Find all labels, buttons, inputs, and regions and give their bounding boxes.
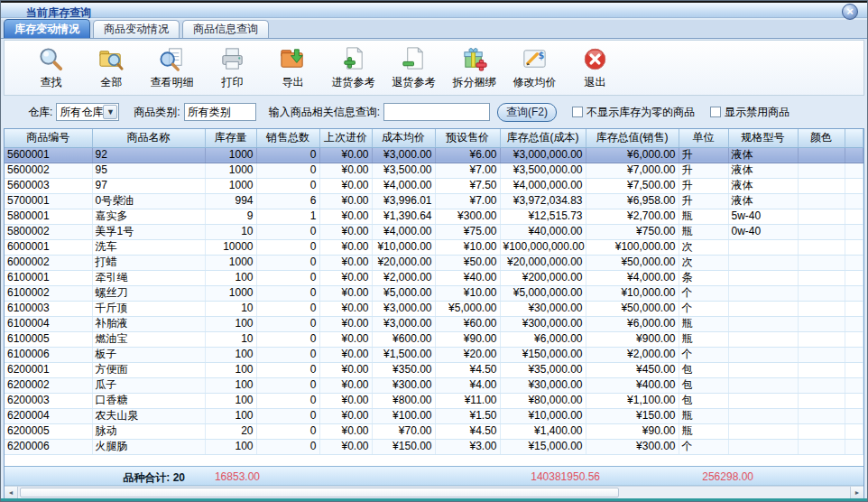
cell: 洗车: [92, 239, 205, 255]
warehouse-select[interactable]: 所有仓库 ▼: [56, 103, 119, 121]
column-header[interactable]: 颜色: [798, 129, 845, 147]
table-row[interactable]: 6200003口香糖1000¥0.00¥800.00¥11.00¥80,000.…: [5, 393, 863, 408]
cell: ¥7.00: [435, 193, 500, 209]
cell: 燃油宝: [92, 331, 205, 347]
cell: 嘉实多: [92, 209, 205, 224]
table-row[interactable]: 56000029510000¥0.00¥3,500.00¥7.00¥3,500,…: [5, 163, 863, 178]
checkbox-icon[interactable]: [710, 107, 721, 117]
table-row[interactable]: 56000019210000¥0.00¥3,000.00¥6.00¥3,000,…: [5, 147, 863, 163]
column-header[interactable]: 商品编号: [5, 129, 92, 147]
cell: [798, 224, 845, 239]
modify-price-button[interactable]: $ 修改均价: [504, 44, 565, 91]
close-icon[interactable]: ×: [842, 4, 858, 20]
table-row[interactable]: 6200002瓜子1000¥0.00¥300.00¥4.00¥30,000.00…: [5, 377, 863, 393]
column-header[interactable]: 库存量: [205, 129, 256, 147]
summary-stock-total: 16853.00: [153, 470, 260, 483]
summary-cost-value-total: 140381950.56: [438, 470, 600, 483]
cell: 10: [205, 224, 256, 239]
scrollbar-thumb[interactable]: [20, 488, 619, 497]
cell: ¥50.00: [435, 255, 500, 270]
cell: 6100003: [5, 301, 92, 316]
column-header[interactable]: 规格型号: [728, 129, 798, 147]
return-reference-button[interactable]: 退货参考: [383, 44, 444, 91]
cell: ¥4,000,000.00: [500, 178, 586, 193]
table-row[interactable]: 5800001嘉实多91¥0.00¥1,390.64¥300.00¥12,515…: [5, 209, 863, 224]
table-row[interactable]: 5800002美孚1号100¥0.00¥4,000.00¥75.00¥40,00…: [5, 224, 863, 239]
cell: ¥12,515.73: [500, 209, 586, 224]
table-row[interactable]: 6100002螺丝刀10000¥0.00¥5,000.00¥10.00¥5,00…: [5, 285, 863, 301]
tab-product-change[interactable]: 商品变动情况: [93, 20, 180, 38]
all-button[interactable]: 全部: [81, 44, 142, 91]
cell: ¥400.00: [586, 377, 679, 393]
checkbox-icon[interactable]: [572, 107, 583, 117]
column-header[interactable]: 销售总数: [256, 129, 319, 147]
cell: ¥1,100.00: [586, 393, 679, 408]
cell-spacer: [845, 362, 863, 377]
table-row[interactable]: 57000010号柴油9946¥0.00¥3,996.01¥7.00¥3,972…: [5, 193, 863, 209]
column-header[interactable]: 单位: [679, 129, 728, 147]
purchase-reference-button[interactable]: 进货参考: [323, 44, 383, 91]
table-row[interactable]: 6200005脉动200¥0.00¥70.00¥4.50¥1,400.00¥90…: [5, 423, 863, 439]
cell: 美孚1号: [92, 224, 205, 239]
title-bar[interactable]: 当前库存查询 ×: [1, 1, 867, 18]
table-row[interactable]: 6200006火腿肠1000¥0.00¥150.00¥3.00¥15,000.0…: [5, 439, 863, 454]
show-disabled-checkbox[interactable]: 显示禁用商品: [710, 105, 790, 120]
cell: 牵引绳: [92, 270, 205, 285]
tab-product-info[interactable]: 商品信息查询: [182, 20, 269, 38]
view-detail-button[interactable]: 查看明细: [142, 44, 202, 91]
export-button[interactable]: 导出: [263, 44, 323, 91]
cell-spacer: [845, 316, 863, 331]
horizontal-scrollbar[interactable]: ◄ ►: [5, 486, 863, 499]
cell-spacer: [845, 239, 863, 255]
table-row[interactable]: 6100006板子1000¥0.00¥1,500.00¥20.00¥150,00…: [5, 347, 863, 362]
cell: ¥2,000.00: [372, 270, 435, 285]
table-row[interactable]: 6200001方便面1000¥0.00¥350.00¥4.50¥35,000.0…: [5, 362, 863, 377]
inventory-table: 商品编号商品名称库存量销售总数上次进价成本均价预设售价库存总值(成本)库存总值(…: [5, 129, 863, 455]
cell: 6100005: [5, 331, 92, 347]
table-row[interactable]: 56000039710000¥0.00¥4,000.00¥7.50¥4,000,…: [5, 178, 863, 193]
cell: 升: [679, 163, 728, 178]
cell: ¥3,000.00: [372, 301, 435, 316]
search-input[interactable]: [383, 103, 490, 121]
table-row[interactable]: 6100001牵引绳1000¥0.00¥2,000.00¥40.00¥200,0…: [5, 270, 863, 285]
cell: ¥75.00: [435, 224, 500, 239]
table-row[interactable]: 6100003千斤顶100¥0.00¥3,000.00¥5,000.00¥30,…: [5, 301, 863, 316]
scrollbar-track[interactable]: [18, 487, 850, 499]
cell: [728, 393, 798, 408]
category-input[interactable]: [184, 103, 256, 121]
print-button[interactable]: 打印: [202, 44, 263, 91]
column-header[interactable]: 库存总值(成本): [500, 129, 586, 147]
cell: ¥4.50: [435, 362, 500, 377]
table-row[interactable]: 6000001洗车100000¥0.00¥10,000.00¥10.00¥100…: [5, 239, 863, 255]
chevron-down-icon[interactable]: ▼: [103, 105, 117, 119]
button-label: 进货参考: [332, 75, 375, 90]
column-header[interactable]: 预设售价: [435, 129, 500, 147]
find-button[interactable]: 查找: [21, 44, 81, 91]
cell: 6000001: [5, 239, 92, 255]
query-button[interactable]: 查询(F2): [497, 103, 557, 122]
exit-button[interactable]: 退出: [565, 44, 625, 91]
hide-zero-stock-checkbox[interactable]: 不显示库存为零的商品: [572, 105, 695, 120]
cell: ¥5,000.00: [435, 301, 500, 316]
split-bundle-button[interactable]: 拆分捆绑: [444, 44, 504, 91]
scroll-left-icon[interactable]: ◄: [5, 487, 18, 499]
column-header[interactable]: 成本均价: [372, 129, 435, 147]
cell: [798, 377, 845, 393]
cell: [798, 163, 845, 178]
cell: ¥200,000.00: [500, 270, 586, 285]
scroll-right-icon[interactable]: ►: [850, 487, 863, 499]
table-row[interactable]: 6000002打蜡10000¥0.00¥20,000.00¥50.00¥20,0…: [5, 255, 863, 270]
cell: [728, 239, 798, 255]
table-row[interactable]: 6200004农夫山泉1000¥0.00¥100.00¥1.50¥10,000.…: [5, 408, 863, 423]
column-header[interactable]: 上次进价: [319, 129, 372, 147]
cell: 994: [205, 193, 256, 209]
table-row[interactable]: 6100005燃油宝100¥0.00¥600.00¥90.00¥6,000.00…: [5, 331, 863, 347]
cell: ¥0.00: [319, 239, 372, 255]
table-row[interactable]: 6100004补胎液1000¥0.00¥3,000.00¥60.00¥300,0…: [5, 316, 863, 331]
cell: ¥0.00: [319, 393, 372, 408]
cell: 6100006: [5, 347, 92, 362]
column-header[interactable]: 商品名称: [92, 129, 205, 147]
svg-text:$: $: [538, 51, 544, 60]
column-header[interactable]: 库存总值(销售): [586, 129, 679, 147]
tab-inventory-change[interactable]: 库存变动情况: [4, 19, 90, 38]
